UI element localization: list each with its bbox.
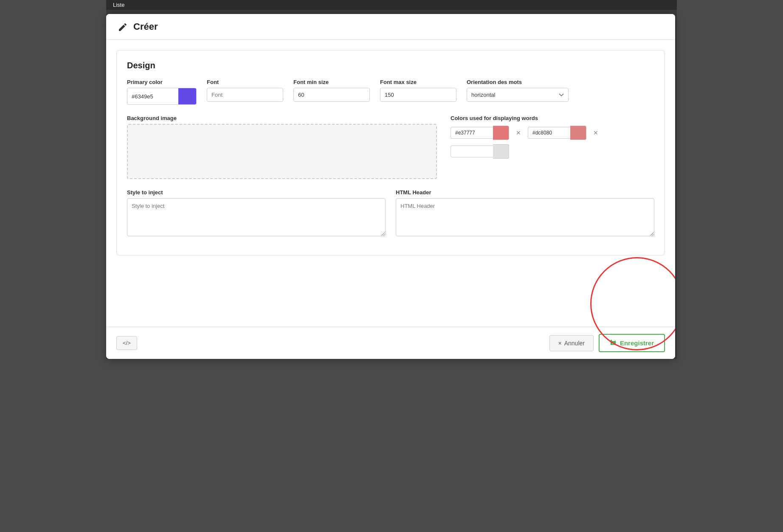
font-label: Font — [207, 79, 283, 85]
color-entry-1 — [451, 126, 509, 140]
primary-color-group: Primary color — [127, 79, 197, 105]
color-entry-2 — [528, 126, 586, 140]
font-max-size-input[interactable] — [380, 88, 456, 102]
bottom-bar: </> × Annuler Enregistrer — [106, 327, 675, 359]
save-button[interactable]: Enregistrer — [599, 334, 665, 352]
design-form-row-1: Primary color Font Font min size — [127, 79, 654, 105]
top-bar-label: Liste — [113, 2, 124, 8]
cancel-button[interactable]: × Annuler — [549, 335, 594, 351]
style-inject-group: Style to inject — [127, 189, 386, 238]
remove-color-2-btn[interactable]: ✕ — [591, 129, 600, 137]
bg-image-label: Background image — [127, 115, 437, 121]
orientation-select[interactable]: horizontal vertical mixed — [467, 88, 569, 102]
font-min-size-group: Font min size — [293, 79, 370, 102]
colors-display-label: Colors used for displaying words — [451, 115, 654, 121]
color-entry-row-1: ✕ ✕ — [451, 126, 654, 140]
design-card: Design Primary color Font — [116, 50, 665, 255]
colors-display-group: Colors used for displaying words ✕ — [451, 115, 654, 159]
cancel-icon: × — [558, 340, 562, 347]
html-header-textarea[interactable] — [396, 198, 654, 236]
color-entry-empty-input[interactable] — [451, 146, 493, 157]
primary-color-label: Primary color — [127, 79, 197, 85]
primary-color-text-input[interactable] — [127, 90, 178, 103]
spacer — [116, 255, 665, 306]
bg-image-dropzone[interactable] — [127, 124, 437, 179]
design-form-row-2: Background image Colors used for display… — [127, 115, 654, 179]
orientation-label: Orientation des mots — [467, 79, 569, 85]
font-max-size-group: Font max size — [380, 79, 456, 102]
font-input[interactable] — [207, 88, 283, 102]
bottom-right-buttons: × Annuler Enregistrer — [549, 334, 665, 352]
font-min-size-label: Font min size — [293, 79, 370, 85]
primary-color-swatch-btn[interactable] — [178, 88, 196, 104]
color-entry-1-input[interactable] — [451, 127, 493, 139]
page-header: Créer — [106, 14, 675, 40]
page-title: Créer — [133, 21, 158, 32]
html-header-group: HTML Header — [396, 189, 654, 238]
style-html-row: Style to inject HTML Header — [127, 189, 654, 238]
bg-image-group: Background image — [127, 115, 437, 179]
font-group: Font — [207, 79, 283, 102]
save-icon — [610, 339, 617, 347]
color-entry-1-swatch[interactable] — [493, 126, 509, 140]
color-entry-empty — [451, 144, 509, 159]
cancel-label: Annuler — [564, 340, 585, 347]
main-content: Design Primary color Font — [106, 40, 675, 316]
code-button[interactable]: </> — [116, 336, 137, 350]
pencil-icon — [116, 21, 128, 33]
font-max-size-label: Font max size — [380, 79, 456, 85]
style-inject-textarea[interactable] — [127, 198, 386, 236]
primary-color-input-row — [127, 88, 197, 105]
color-entry-2-swatch[interactable] — [570, 126, 586, 140]
font-min-size-input[interactable] — [293, 88, 370, 102]
orientation-group: Orientation des mots horizontal vertical… — [467, 79, 569, 102]
remove-color-1-btn[interactable]: ✕ — [514, 129, 523, 137]
save-label: Enregistrer — [620, 339, 654, 347]
html-header-label: HTML Header — [396, 189, 654, 196]
color-entry-2-input[interactable] — [528, 127, 570, 139]
color-entry-empty-swatch[interactable] — [493, 144, 509, 159]
top-bar: Liste — [106, 0, 677, 10]
style-inject-label: Style to inject — [127, 189, 386, 196]
main-card: Créer Design Primary color — [106, 14, 675, 359]
design-section-title: Design — [127, 61, 654, 70]
color-entries: ✕ ✕ — [451, 126, 654, 159]
color-entry-row-empty — [451, 144, 654, 159]
